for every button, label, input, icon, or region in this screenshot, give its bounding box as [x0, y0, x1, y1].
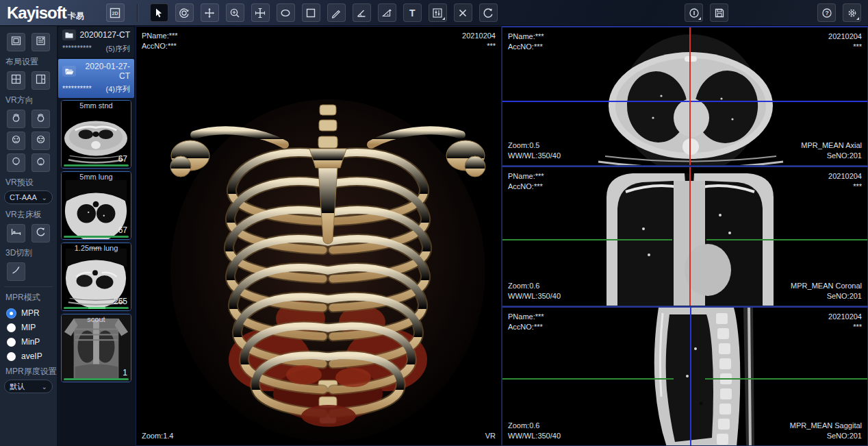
- info-button[interactable]: [685, 3, 703, 22]
- mpr-sagittal-viewport[interactable]: PName:*** AccNO:*** 20210204 *** Zoom:0.…: [502, 306, 868, 446]
- layout-grid-2x2-button[interactable]: [7, 71, 25, 90]
- svg-text:?: ?: [825, 10, 828, 16]
- accession-number: AccNO:***: [508, 182, 544, 192]
- remove-bed-button[interactable]: [7, 224, 25, 243]
- series-thumbnail-5mm-lung[interactable]: 5mm lung 67: [61, 171, 131, 240]
- text-tool-icon: T: [409, 8, 416, 18]
- mpr-axial-viewport[interactable]: PName:*** AccNO:*** 20210204 *** Zoom:0.…: [502, 26, 868, 166]
- axial-horizontal-crosshair[interactable]: [502, 101, 867, 102]
- vr-face-back-button[interactable]: [31, 132, 50, 150]
- series-thumbnail-scout[interactable]: scout 1: [61, 314, 131, 382]
- pointer-tool-icon: [153, 8, 164, 18]
- save-button[interactable]: [710, 3, 728, 22]
- zoom-wwwl-overlay: Zoom:0.6 WW/WL:350/40: [508, 281, 561, 301]
- window-level-button[interactable]: [429, 3, 447, 22]
- mpr-mode-radio-aveip[interactable]: aveIP: [7, 351, 57, 361]
- study-date-overlay: 20210204 ***: [828, 312, 862, 332]
- wwwl-value: WW/WL:350/40: [508, 431, 561, 441]
- mpr-mode-radio-mip[interactable]: MIP: [7, 323, 57, 332]
- thumbnail-label: 5mm lung: [62, 173, 131, 181]
- ellipse-tool-icon: [280, 8, 291, 18]
- vr-head-top-button[interactable]: [7, 153, 25, 172]
- mpr-mode-radio-mpr[interactable]: MPR: [7, 308, 57, 318]
- mode-seno-overlay: MPR_MEAN Axial SeNO:201: [801, 140, 862, 161]
- split-layout-icon: [36, 74, 46, 87]
- zoom-value: Zoom:0.6: [508, 281, 561, 291]
- mpr-mode-name: MPR_MEAN Saggital: [790, 421, 862, 431]
- 2d-view-icon: 2D: [110, 8, 120, 18]
- vr-preset-label: VR预设: [5, 177, 57, 188]
- pan-tool-button[interactable]: [201, 3, 219, 22]
- help-button[interactable]: ?: [817, 3, 836, 22]
- vr-head-bottom-button[interactable]: [31, 153, 50, 172]
- thumbnail-progress-bar: [64, 378, 129, 380]
- study-date: 20210204: [462, 31, 496, 41]
- zoom-value: Zoom:0.6: [508, 421, 561, 431]
- text-tool-button[interactable]: T: [403, 3, 422, 22]
- coronal-vertical-crosshair[interactable]: [689, 167, 691, 305]
- accession-number: AccNO:***: [508, 322, 544, 332]
- thumbnail-progress-indicator: [88, 307, 105, 309]
- chevron-down-icon: ⌄: [42, 194, 47, 201]
- wwwl-value: WW/WL:350/40: [508, 291, 561, 301]
- mpr-coronal-viewport[interactable]: PName:*** AccNO:*** 20210204 *** Zoom:0.…: [502, 166, 868, 306]
- vr-viewport[interactable]: PName:*** AccNO:*** 20210204 *** Zoom:1.…: [136, 26, 502, 446]
- sagittal-vertical-crosshair[interactable]: [690, 308, 691, 445]
- layout-report-button[interactable]: [31, 33, 50, 51]
- cobb-angle-tool-button[interactable]: [378, 3, 396, 22]
- report-layout-icon: [36, 36, 46, 49]
- layout-single-button[interactable]: [7, 33, 25, 51]
- study-date: 20200127-CT: [76, 30, 130, 40]
- zoom-tool-button[interactable]: [226, 3, 244, 22]
- top-toolbar: Kayisoft 卡易 2D: [0, 0, 868, 26]
- series-thumbnail-125mm-lung[interactable]: 1.25mm lung 265: [61, 243, 131, 311]
- series-thumbnail-5mm-stnd[interactable]: 5mm stnd 67: [61, 100, 131, 169]
- cut3d-button[interactable]: [7, 262, 25, 281]
- bed-icon: [11, 227, 21, 240]
- thumbnail-image-count: 1: [123, 368, 127, 377]
- knife-icon: [11, 265, 21, 278]
- pointer-tool-button[interactable]: [150, 3, 168, 22]
- rotate-3d-tool-button[interactable]: [175, 3, 194, 22]
- mpr-mode-radio-minp[interactable]: MinP: [7, 337, 57, 347]
- vr-preset-select[interactable]: CT-AAA ⌄: [4, 190, 53, 204]
- mpr-mode-option-label: MinP: [21, 337, 40, 347]
- logo-text-en: Kayisoft: [7, 3, 66, 23]
- angle-tool-button[interactable]: [353, 3, 371, 22]
- patient-info-overlay: PName:*** AccNO:***: [142, 31, 178, 51]
- study-date: 2020-01-27-CT: [76, 62, 130, 81]
- sagittal-horizontal-crosshair[interactable]: [502, 378, 867, 380]
- study-item-2-selected[interactable]: 2020-01-27-CT ********** (4)序列: [58, 59, 134, 98]
- ellipse-tool-button[interactable]: [277, 3, 295, 22]
- save-icon: [714, 8, 725, 18]
- rect-tool-button[interactable]: [302, 3, 320, 22]
- delete-tool-button[interactable]: [454, 3, 472, 22]
- series-number: SeNO:201: [791, 291, 862, 301]
- patient-info-overlay: PName:*** AccNO:***: [508, 171, 544, 192]
- mpr-thickness-select[interactable]: 默认 ⌄: [4, 380, 53, 393]
- coronal-horizontal-crosshair[interactable]: [502, 239, 867, 240]
- series-number: SeNO:201: [801, 151, 862, 161]
- mpr-mode-option-label: aveIP: [21, 351, 42, 361]
- axial-vertical-crosshair[interactable]: [689, 27, 691, 165]
- settings-button[interactable]: [843, 3, 861, 22]
- reset-tool-button[interactable]: [479, 3, 498, 22]
- vr-head-posterior-button[interactable]: [31, 110, 50, 128]
- study-date-overlay: 20210204 ***: [828, 171, 862, 192]
- vr-face-front-button[interactable]: [7, 132, 25, 150]
- patient-name: PName:***: [508, 171, 544, 182]
- thumbnail-image-count: 265: [114, 297, 127, 306]
- study-date: 20210204: [828, 312, 862, 322]
- crosshair-tool-button[interactable]: [251, 3, 270, 22]
- layout-section-label: 布局设置: [5, 56, 57, 68]
- measure-tool-button[interactable]: [327, 3, 346, 22]
- zoom-overlay: Zoom:1.4: [142, 431, 173, 441]
- thumbnail-image-count: 67: [118, 154, 127, 164]
- bed-reset-button[interactable]: [31, 224, 50, 243]
- thumbnail-label: scout: [62, 315, 131, 323]
- radio-icon: [7, 323, 16, 332]
- layout-1-2-button[interactable]: [31, 71, 50, 90]
- study-item-1[interactable]: 20200127-CT ********** (5)序列: [58, 27, 134, 58]
- 2d-view-button[interactable]: 2D: [106, 3, 125, 22]
- vr-head-anterior-button[interactable]: [7, 110, 25, 128]
